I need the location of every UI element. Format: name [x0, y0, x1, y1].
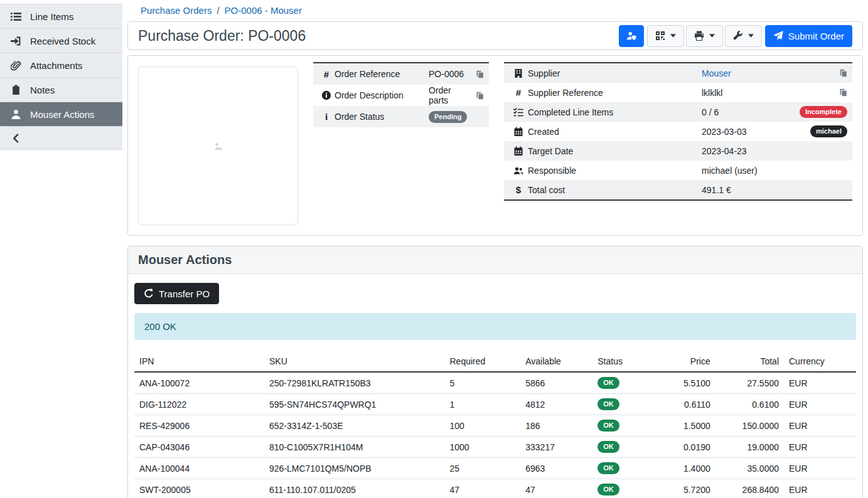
sidebar-item-label: Received Stock [30, 36, 95, 46]
detail-row-total-cost: $Total cost491.1 € [504, 180, 852, 199]
column-header-ipn: IPN [134, 351, 264, 372]
copy-icon[interactable] [839, 69, 847, 77]
info-icon: i [318, 112, 335, 122]
image-icon [213, 141, 223, 151]
breadcrumb: Purchase Orders/PO-0006 - Mouser [127, 0, 863, 21]
supplier-link[interactable]: Mouser [702, 68, 731, 78]
cell-available: 5866 [520, 372, 592, 394]
copy-icon[interactable] [476, 92, 484, 100]
column-header-required: Required [445, 351, 521, 372]
part-row-ana-100072: ANA-100072250-72981KLRATR150B355866OK5.5… [134, 372, 856, 394]
detail-row-created: Created2023-03-03michael [504, 122, 852, 141]
caret-down-icon [709, 34, 715, 38]
panel-title: Mouser Actions [138, 253, 852, 267]
detail-row-responsible: Responsiblemichael (user) [504, 161, 852, 180]
transfer-po-button[interactable]: Transfer PO [134, 283, 219, 304]
copy-icon[interactable] [476, 70, 484, 78]
detail-label: Responsible [528, 166, 702, 176]
sidebar-item-mouser-actions[interactable]: Mouser Actions [0, 102, 122, 127]
cell-status: OK [592, 479, 654, 498]
cell-total: 268.8400 [715, 479, 784, 498]
toolbar: Submit Order [619, 25, 852, 47]
breadcrumb-link-po-0006-mouser[interactable]: PO-0006 - Mouser [225, 5, 302, 16]
detail-row-supplier-reference: #Supplier Referencelklklkl [504, 83, 852, 102]
cell-price: 1.4000 [654, 458, 715, 479]
cell-currency: EUR [784, 458, 856, 479]
detail-label: Order Description [335, 90, 429, 100]
cell-ipn: DIG-112022 [134, 394, 264, 415]
detail-row-order-status: iOrder StatusPending [313, 106, 489, 127]
cell-price: 0.6110 [654, 394, 715, 415]
calendar-icon [509, 146, 528, 156]
cell-sku: 250-72981KLRATR150B3 [264, 372, 445, 394]
detail-value: 491.1 € [702, 185, 847, 195]
sidebar-nav: Line ItemsReceived StockAttachmentsNotes… [0, 4, 122, 150]
order-image-placeholder[interactable] [138, 66, 298, 225]
sidebar-item-label: Attachments [30, 60, 82, 71]
sidebar-item-label: Mouser Actions [30, 109, 95, 120]
cell-currency: EUR [784, 479, 856, 498]
column-header-available: Available [520, 351, 592, 372]
submit-order-button[interactable]: Submit Order [765, 25, 852, 47]
cell-required: 47 [445, 479, 521, 498]
sidebar-collapse-button[interactable] [0, 127, 122, 150]
cell-price: 0.0190 [654, 437, 715, 458]
detail-label: Order Status [335, 112, 429, 122]
sidebar-item-attachments[interactable]: Attachments [0, 53, 122, 78]
cell-available: 186 [520, 415, 592, 437]
part-row-ana-100044: ANA-100044926-LMC7101QM5/NOPB256963OK1.4… [134, 458, 856, 479]
sidebar-item-label: Notes [30, 85, 55, 95]
cell-ipn: CAP-043046 [134, 437, 264, 458]
order-info-table: #Order ReferencePO-0006Order Description… [313, 62, 489, 127]
cell-required: 25 [445, 458, 521, 479]
part-row-cap-043046: CAP-043046810-C1005X7R1H104M1000333217OK… [134, 437, 856, 458]
badge-michael: michael [810, 125, 847, 137]
panel-heading: Mouser Actions [128, 246, 862, 274]
detail-row-extra [469, 92, 484, 100]
cell-ipn: ANA-100044 [134, 458, 264, 479]
cell-ipn: SWT-200005 [134, 479, 264, 498]
cell-total: 27.5500 [715, 372, 784, 394]
caret-down-icon [748, 34, 754, 38]
users-icon [509, 166, 528, 176]
detail-row-order-description: Order DescriptionOrder parts [313, 85, 489, 106]
parts-table: IPNSKURequiredAvailableStatusPriceTotalC… [134, 351, 856, 498]
detail-label: Supplier [528, 68, 702, 78]
transfer-po-label: Transfer PO [159, 289, 210, 299]
cell-currency: EUR [784, 372, 856, 394]
cell-required: 1 [445, 394, 521, 415]
detail-value: PO-0006 [429, 69, 469, 79]
sidebar-item-label: Line Items [30, 11, 73, 22]
sidebar-item-notes[interactable]: Notes [0, 78, 122, 102]
cell-price: 1.5000 [654, 415, 715, 437]
column-header-sku: SKU [264, 351, 445, 372]
breadcrumb-link-purchase-orders[interactable]: Purchase Orders [141, 5, 212, 16]
cell-status: OK [592, 372, 654, 394]
part-row-res-429006: RES-429006652-3314Z-1-503E100186OK1.5000… [134, 415, 856, 437]
column-header-total: Total [715, 351, 784, 372]
cell-status: OK [592, 458, 654, 479]
cell-sku: 595-SN74HCS74QPWRQ1 [264, 394, 445, 415]
order-actions-button[interactable] [725, 25, 762, 47]
detail-row-extra [833, 69, 847, 77]
status-alert: 200 OK [134, 313, 856, 340]
sidebar: Line ItemsReceived StockAttachmentsNotes… [0, 0, 122, 498]
page-title: Purchase Order: PO-0006 [138, 28, 306, 45]
copy-icon[interactable] [839, 88, 847, 97]
barcode-actions-button[interactable] [647, 25, 684, 47]
order-details-panel: #Order ReferencePO-0006Order Description… [127, 55, 863, 236]
print-actions-button[interactable] [686, 25, 723, 47]
cell-required: 1000 [445, 437, 521, 458]
detail-value: Mouser [702, 68, 833, 78]
column-header-status: Status [592, 351, 654, 372]
detail-label: Created [528, 127, 702, 137]
sidebar-item-line-items[interactable]: Line Items [0, 4, 122, 29]
badge-pending: Pending [429, 111, 467, 123]
detail-row-order-reference: #Order ReferencePO-0006 [313, 63, 489, 85]
cell-status: OK [592, 394, 654, 415]
detail-value: Pending [429, 111, 484, 123]
user-action-button[interactable] [619, 25, 644, 47]
sidebar-item-received-stock[interactable]: Received Stock [0, 29, 122, 53]
cell-available: 333217 [520, 437, 592, 458]
cell-sku: 926-LMC7101QM5/NOPB [264, 458, 445, 479]
